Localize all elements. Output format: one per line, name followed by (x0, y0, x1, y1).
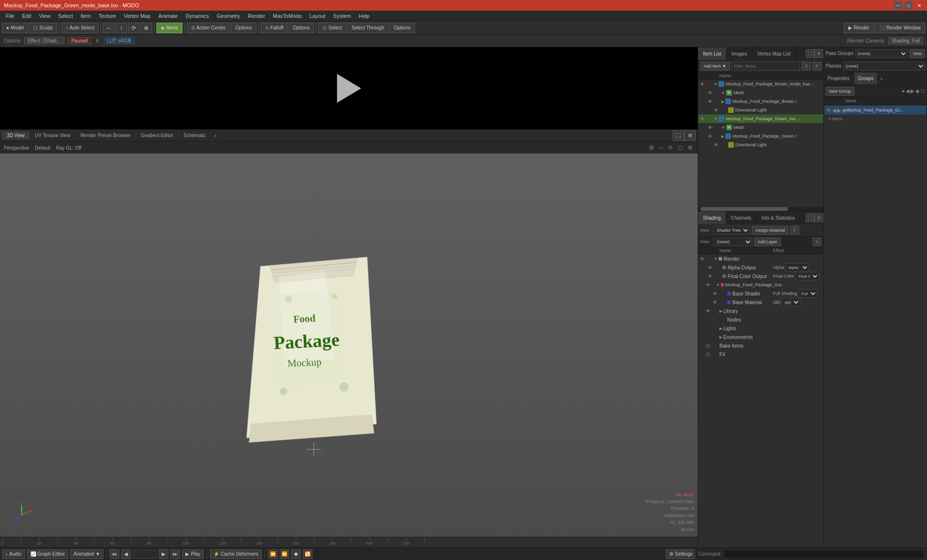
vis-icon[interactable]: 👁 (700, 82, 705, 87)
shading-row[interactable]: ▶ Environments (698, 333, 823, 341)
pass-groups-select[interactable]: (none) (856, 49, 908, 58)
loop-btn[interactable]: 🔁 (303, 549, 312, 559)
timeline-ruler[interactable]: 020406080100120140160180200220 (0, 537, 698, 547)
tab-item-list[interactable]: Item List (698, 47, 727, 60)
vis-icon[interactable]: 👁 (714, 108, 718, 113)
sh-arrow[interactable]: ▶ (719, 326, 722, 331)
frame-input[interactable]: 0 (133, 550, 157, 559)
tree-item[interactable]: 👁 ▼ M Mesh (698, 88, 823, 97)
play-btn[interactable]: ▶ Play (182, 549, 203, 559)
tree-item[interactable]: 👁 ▼ Mockup_Food_Package_Green_mo ... (698, 114, 823, 123)
transform-btn3[interactable]: ⟳ (128, 23, 140, 33)
menu-texture[interactable]: Texture (95, 12, 120, 20)
tab-render-preset[interactable]: Render Preset Browser (76, 131, 136, 140)
vis-icon[interactable]: 👁 (708, 90, 713, 96)
model-btn[interactable]: ● Model (2, 23, 28, 33)
sh-vis-icon[interactable]: 👁 (706, 308, 711, 314)
tree-item[interactable]: 👁 Directional Light (698, 140, 823, 149)
filter-items-input[interactable] (731, 62, 800, 70)
filter-none-select[interactable]: (none) (714, 238, 752, 246)
add-tab-btn[interactable]: + (211, 131, 220, 140)
vis-icon[interactable]: 👁 (708, 99, 713, 104)
tab-properties[interactable]: Properties (824, 72, 854, 84)
shading-row[interactable]: 👁 Alpha Output Alpha Alpha (698, 263, 823, 272)
new-group-btn[interactable]: New Group (826, 87, 855, 96)
settings-btn[interactable]: ⚙ Settings (666, 549, 696, 559)
shading-row[interactable]: 👁 Base Material (all) (all) (698, 298, 823, 307)
close-btn[interactable]: ✕ (915, 1, 923, 9)
menu-system[interactable]: System (329, 12, 355, 20)
vp-zoom-btn[interactable]: ⚙ (647, 144, 655, 152)
add-group-tab-btn[interactable]: + (878, 74, 885, 83)
menu-layout[interactable]: Layout (306, 12, 329, 20)
transform-btn1[interactable]: ↔ (103, 23, 114, 33)
options-btn1[interactable]: Options (231, 23, 256, 33)
sh-arrow[interactable]: ▶ (719, 335, 722, 339)
shading-row[interactable]: ⬡ FX (698, 350, 823, 359)
audio-btn[interactable]: ♪ Audio (2, 549, 25, 559)
group-prop-btn[interactable]: ▶ (837, 107, 841, 113)
tab-info-statistics[interactable]: Info & Statistics (757, 211, 800, 224)
tab-groups[interactable]: Groups (854, 72, 878, 84)
shading-row[interactable]: Nodes (698, 315, 823, 324)
filter-f-btn[interactable]: F (813, 62, 821, 70)
menu-select[interactable]: Select (54, 12, 77, 20)
tab-images[interactable]: Images (727, 47, 753, 60)
minimize-btn[interactable]: ─ (894, 1, 902, 9)
shading-expand-btn[interactable]: ⛶ (806, 213, 815, 222)
render-window-btn[interactable]: ⬛ Render Window (875, 23, 925, 33)
tree-arrow[interactable]: ▼ (714, 117, 717, 121)
panel-expand-btn[interactable]: ⛶ (806, 49, 815, 58)
panel-settings-btn[interactable]: ⚙ (815, 49, 823, 58)
group-vis-btn[interactable]: 👁 (827, 107, 831, 113)
tab-gradient-editor[interactable]: Gradient Editor (136, 131, 179, 140)
tree-arrow[interactable]: ▼ (714, 82, 717, 86)
transport-next-btn[interactable]: ▶ (159, 549, 169, 559)
tab-shading[interactable]: Shading (698, 211, 726, 224)
sh-effect-select[interactable]: Alpha (785, 263, 809, 272)
filter-s-btn[interactable]: S (802, 62, 811, 70)
shading-row[interactable]: ▶ Lights (698, 324, 823, 333)
frp-groups-content[interactable]: 👁 ◀ ▶ ◉ ⬡ Mockup_Food_Package_Gr... 0 It… (824, 105, 927, 560)
sh-vis-icon[interactable]: 👁 (713, 300, 717, 305)
command-input[interactable] (723, 550, 924, 559)
new-pass-group-btn[interactable]: New (910, 49, 925, 58)
filter-s2-btn[interactable]: S (813, 238, 821, 246)
group-row[interactable]: 👁 ◀ ▶ ◉ ⬡ Mockup_Food_Package_Gr... (825, 106, 926, 114)
options-btn3[interactable]: Options (390, 23, 415, 33)
sh-arrow[interactable]: ▶ (719, 309, 722, 313)
sh-arrow[interactable]: ▼ (716, 283, 720, 287)
group-expand-btn[interactable]: ◀ (832, 107, 836, 113)
shading-row[interactable]: ⬡ Bake Items (698, 341, 823, 350)
transform-btn4[interactable]: ⊕ (140, 23, 152, 33)
falloff-btn[interactable]: ∿ Falloff (261, 23, 288, 33)
item-list-content[interactable]: 👁 ▼ Mockup_Food_Package_Brown_modo_bas..… (698, 80, 823, 207)
shading-settings-btn[interactable]: ⚙ (815, 213, 823, 222)
vp-rotate-btn[interactable]: ⟳ (667, 144, 674, 152)
tab-vertex-map-list[interactable]: Vertex Map List (753, 47, 796, 60)
options-btn2[interactable]: Options (289, 23, 314, 33)
tab-channels[interactable]: Channels (726, 211, 757, 224)
graph-editor-btn[interactable]: 📈 Graph Editor (27, 549, 69, 559)
vis-icon[interactable]: 👁 (708, 125, 713, 130)
menu-file[interactable]: File (2, 12, 18, 20)
sh-effect-select2[interactable]: Final Color (795, 272, 819, 280)
shading-row[interactable]: 👁 ▼ Mockup_Food_Package_Gre... (698, 280, 823, 289)
select-btn[interactable]: ⬡ Select (318, 23, 346, 33)
tree-item[interactable]: 👁 ▼ M Mesh (698, 123, 823, 132)
tree-arrow[interactable]: ▶ (721, 99, 724, 104)
vp-options-btn[interactable]: ⚙ (686, 144, 694, 152)
passes-select[interactable]: (none) (843, 62, 925, 70)
menu-dynamics[interactable]: Dynamics (182, 12, 212, 20)
add-item-btn[interactable]: Add Item ▼ (700, 62, 730, 70)
transport-first-btn[interactable]: ⏮ (110, 549, 119, 559)
menu-geometry[interactable]: Geometry (213, 12, 244, 20)
maximize-btn[interactable]: □ (905, 1, 913, 9)
tree-arrow[interactable]: ▶ (721, 134, 724, 139)
menu-animate[interactable]: Animate (154, 12, 182, 20)
sh-vis-icon[interactable]: 👁 (706, 282, 711, 288)
vis-icon[interactable]: 👁 (714, 142, 718, 148)
menu-help[interactable]: Help (355, 12, 374, 20)
shading-row[interactable]: 👁 Base Shader Full Shading Full Shading (698, 289, 823, 298)
select-through-btn[interactable]: Select Through (347, 23, 389, 33)
